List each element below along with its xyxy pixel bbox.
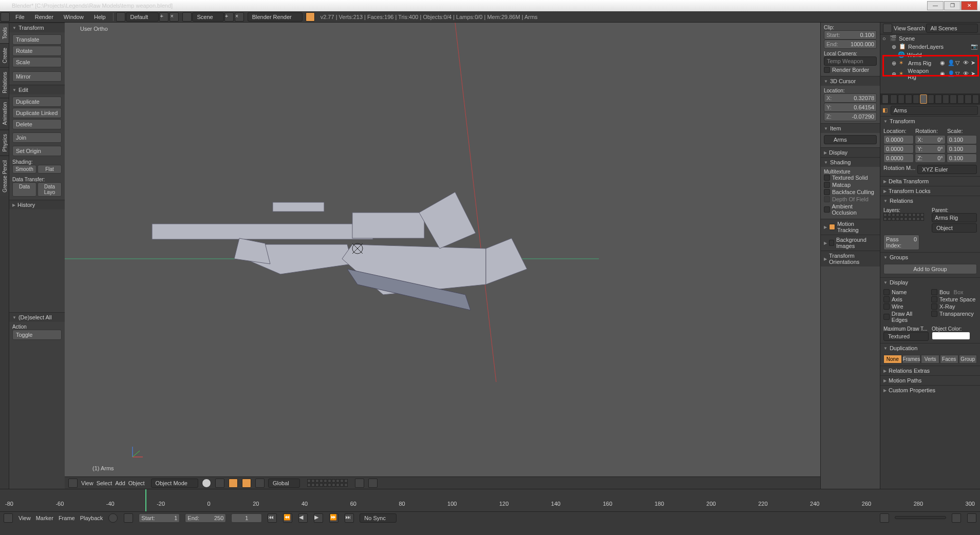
current-frame-field[interactable]: 1 [231,513,262,523]
next-keyframe-icon[interactable]: ⏩ [329,513,338,523]
wire-checkbox[interactable] [883,303,890,310]
tab-create[interactable]: Create [0,43,9,67]
localcam-field[interactable]: Temp Weapon [824,56,877,66]
axis-checkbox[interactable] [883,296,890,302]
start-frame-field[interactable]: Start:1 [139,513,180,523]
cursor-x-field[interactable]: X:0.32078 [824,93,877,103]
loc-x[interactable]: 0.0000 [883,135,914,144]
render-engine-dropdown[interactable]: Blender Render [248,12,303,22]
pass-index-field[interactable]: Pass Index:0 [883,235,919,250]
jump-end-icon[interactable]: ⏭ [345,513,354,523]
tab-texture-icon[interactable] [957,94,964,104]
menu-file[interactable]: File [10,14,30,20]
panel-prop-transform[interactable]: Transform [880,116,980,126]
join-button[interactable]: Join [12,132,62,143]
play-icon[interactable]: ▶ [314,513,323,523]
dup-faces[interactable]: Faces [940,355,958,364]
panel-obj-display[interactable]: Display [880,277,980,287]
prev-keyframe-icon[interactable]: ⏪ [283,513,292,523]
autokey-icon[interactable] [108,513,118,523]
panel-transform[interactable]: Transform [9,23,65,32]
scale-z[interactable]: 0.100 [947,154,977,163]
scale-x[interactable]: 0.100 [947,135,977,144]
timeline-view[interactable]: View [18,515,31,521]
transparency-checkbox[interactable] [931,311,937,317]
panel-groups[interactable]: Groups [880,252,980,262]
data-layout-button[interactable]: Data Layo [37,182,62,197]
tab-render-icon[interactable] [890,94,897,104]
tab-render-layers-icon[interactable] [898,94,904,104]
dup-frames[interactable]: Frames [902,355,921,364]
object-name-field[interactable]: Arms [891,106,978,115]
panel-item[interactable]: Item [821,123,880,133]
panel-3d-cursor[interactable]: 3D Cursor [821,76,880,86]
panel-edit[interactable]: Edit [9,85,65,94]
parent-field[interactable]: Arms Rig [932,213,977,222]
cursor-z-field[interactable]: Z:-0.07290 [824,112,877,121]
layout-remove-button[interactable]: × [169,12,179,22]
layout-add-button[interactable]: + [159,12,168,22]
object-color-swatch[interactable] [932,332,970,340]
tab-world-icon[interactable] [913,94,919,104]
delete-button[interactable]: Delete [12,119,62,129]
scene-remove-button[interactable]: × [235,12,244,22]
play-reverse-icon[interactable]: ◀ [298,513,308,523]
backface-checkbox[interactable] [824,189,830,195]
outliner-scene[interactable]: ○🎬Scene [880,34,980,43]
playhead[interactable] [145,489,146,511]
shading-solid-icon[interactable] [202,479,211,488]
3d-viewport[interactable]: User Ortho (1) Ar [65,23,820,489]
menu-window[interactable]: Window [59,14,89,20]
timeline[interactable]: -80-60-40-200204060801001201401601802002… [0,489,980,511]
menu-render[interactable]: Render [30,14,59,20]
manipulator-scale-icon[interactable] [255,479,265,488]
textured-solid-checkbox[interactable] [824,175,830,181]
rot-z[interactable]: Z:0° [915,154,945,163]
layer-buttons[interactable] [307,479,348,487]
smooth-button[interactable]: Smooth [12,165,36,174]
render-border-checkbox[interactable] [824,67,830,73]
scene-icon[interactable] [182,12,192,22]
lock-icon[interactable] [124,513,133,523]
orientation-dropdown[interactable]: Global [268,479,300,488]
audio-icon[interactable] [880,513,889,523]
end-frame-field[interactable]: End:250 [185,513,226,523]
timeline-frame[interactable]: Frame [59,515,75,521]
mirror-button[interactable]: Mirror [12,71,62,82]
panel-display[interactable]: Display [821,147,880,157]
rotation-mode-dropdown[interactable]: XYZ Euler [917,165,977,174]
set-origin-button[interactable]: Set Origin [12,146,62,156]
vp-menu-select[interactable]: Select [97,480,112,486]
outliner-editor-icon[interactable] [883,24,892,33]
duplicate-button[interactable]: Duplicate [12,97,62,107]
panel-transform-orientations[interactable]: Transform Orientations [821,251,880,266]
vp-menu-add[interactable]: Add [115,480,125,486]
tab-data-icon[interactable] [943,94,949,104]
timeline-playback[interactable]: Playback [80,515,103,521]
vp-menu-object[interactable]: Object [128,480,145,486]
panel-deselect[interactable]: (De)select All [9,312,65,322]
panel-shading[interactable]: Shading [821,157,880,167]
panel-relations[interactable]: Relations [880,196,980,205]
rot-x[interactable]: X:0° [915,135,945,144]
panel-custom-props[interactable]: Custom Properties [880,385,980,395]
sync-dropdown[interactable]: No Sync [360,513,397,523]
parent-type-dropdown[interactable]: Object [932,223,977,233]
clip-end-field[interactable]: End:1000.000 [824,40,877,49]
name-checkbox[interactable] [883,289,890,295]
panel-transform-locks[interactable]: Transform Locks [880,186,980,196]
tab-scene-icon[interactable] [905,94,912,104]
tab-physics[interactable]: Physics [0,129,9,156]
timeline-editor-icon[interactable] [4,513,13,523]
pivot-icon[interactable] [215,479,224,488]
blender-icon[interactable] [1,12,10,22]
props-editor-icon[interactable] [882,94,889,104]
outliner-mode-dropdown[interactable]: All Scenes [926,24,978,33]
panel-relations-extras[interactable]: Relations Extras [880,366,980,375]
scene-add-button[interactable]: + [224,12,234,22]
rotate-button[interactable]: Rotate [12,46,62,56]
matcap-checkbox[interactable] [824,182,830,188]
panel-motion-tracking[interactable]: Motion Tracking [821,219,880,235]
translate-button[interactable]: Translate [12,34,62,45]
outliner-view[interactable]: View [894,25,906,31]
